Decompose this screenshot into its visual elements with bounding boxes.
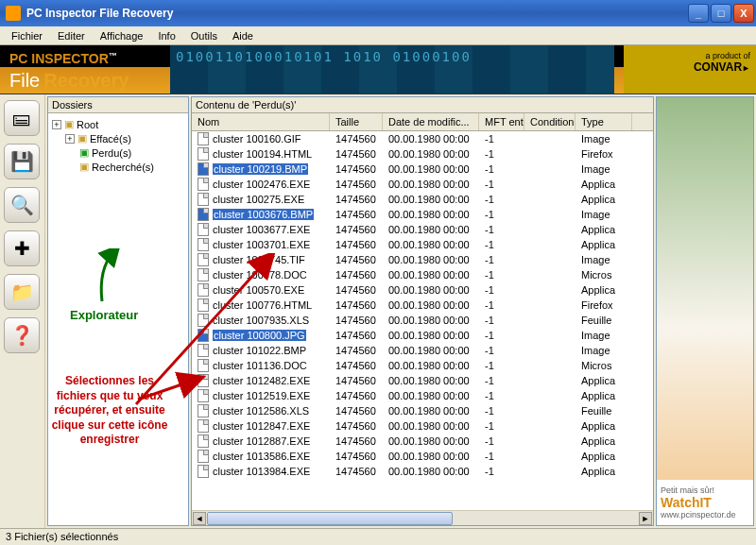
cell-taille: 1474560 [330, 466, 383, 477]
cell-date: 00.00.1980 00:00 [383, 133, 479, 145]
col-nom[interactable]: Nom [192, 113, 330, 130]
cell-type: Micros [576, 360, 632, 371]
tree-label: Perdu(s) [92, 147, 131, 159]
cell-type: Image [576, 330, 632, 341]
minimize-button[interactable]: _ [688, 4, 709, 23]
table-row[interactable]: cluster 1003677.EXE147456000.00.1980 00:… [192, 222, 653, 237]
table-row[interactable]: cluster 1003701.EXE147456000.00.1980 00:… [192, 237, 653, 252]
scroll-left-button[interactable]: ◄ [193, 512, 206, 525]
save-button[interactable]: 💾 [4, 144, 40, 179]
menu-affichage[interactable]: Affichage [93, 28, 151, 43]
cell-taille: 1474560 [330, 254, 383, 265]
tree-node-perdus[interactable]: ▣Perdu(s) [50, 145, 186, 160]
cell-mft: -1 [479, 299, 524, 311]
table-row[interactable]: cluster 1013984.EXE147456000.00.1980 00:… [192, 464, 653, 479]
table-row[interactable]: cluster 1003676.BMP147456000.00.1980 00:… [192, 207, 653, 222]
file-icon [198, 434, 209, 448]
cell-taille: 1474560 [330, 284, 383, 296]
tree-label: Root [77, 119, 98, 130]
content-header: Contenu de 'Perdu(s)' [192, 97, 653, 113]
cell-taille: 1474560 [330, 451, 383, 462]
cell-type: Micros [576, 269, 632, 281]
help-button[interactable]: ❓ [4, 317, 40, 353]
banner-digits: 0100110100010101 1010 01000100 [170, 45, 614, 94]
cell-taille: 1474560 [330, 345, 383, 356]
tree-node-recherchs[interactable]: ▣Recherché(s) [50, 160, 186, 174]
cell-taille: 1474560 [330, 299, 383, 311]
ad-image [657, 97, 753, 480]
cell-type: Applica [576, 179, 632, 190]
folder-button[interactable]: 📁 [4, 274, 40, 310]
table-row[interactable]: cluster 100275.EXE147456000.00.1980 00:0… [192, 192, 653, 207]
cell-mft: -1 [479, 194, 524, 205]
cell-mft: -1 [479, 390, 524, 401]
menu-info[interactable]: Info [150, 28, 182, 43]
cell-mft: -1 [479, 284, 524, 296]
cell-date: 00.00.1980 00:00 [383, 148, 479, 160]
cell-type: Image [576, 345, 632, 356]
menu-outils[interactable]: Outils [183, 28, 225, 43]
app-icon [6, 6, 21, 21]
banner-file: File [9, 70, 40, 92]
cell-taille: 1474560 [330, 405, 383, 417]
folder-icon: ▣ [64, 118, 74, 130]
cell-date: 00.00.1980 00:00 [383, 435, 479, 447]
cell-nom: cluster 1012887.EXE [213, 435, 310, 447]
search-button[interactable]: 🔍 [4, 187, 40, 223]
tree-node-effacs[interactable]: +▣Effacé(s) [50, 131, 186, 145]
menu-aide[interactable]: Aide [225, 28, 261, 43]
cell-mft: -1 [479, 163, 524, 175]
cell-date: 00.00.1980 00:00 [383, 194, 479, 205]
cell-mft: -1 [479, 435, 524, 447]
table-row[interactable]: cluster 100194.HTML147456000.00.1980 00:… [192, 146, 653, 162]
file-icon [198, 162, 209, 176]
cell-type: Image [576, 133, 632, 145]
table-row[interactable]: cluster 1002476.EXE147456000.00.1980 00:… [192, 177, 653, 192]
maximize-button[interactable]: □ [711, 4, 731, 23]
col-date[interactable]: Date de modific... [383, 113, 479, 130]
cell-mft: -1 [479, 209, 524, 220]
table-row[interactable]: cluster 100160.GIF147456000.00.1980 00:0… [192, 131, 653, 146]
cell-date: 00.00.1980 00:00 [383, 390, 479, 401]
menu-fichier[interactable]: Fichier [4, 28, 50, 43]
cell-date: 00.00.1980 00:00 [383, 163, 479, 175]
cell-type: Feuille [576, 405, 632, 417]
horizontal-scrollbar[interactable]: ◄ ► [192, 510, 653, 525]
expand-icon[interactable]: + [52, 120, 61, 129]
folder-icon: ▣ [79, 146, 89, 159]
cell-date: 00.00.1980 00:00 [383, 269, 479, 281]
table-row[interactable]: cluster 100219.BMP147456000.00.1980 00:0… [192, 162, 653, 177]
tree-node-root[interactable]: +▣Root [50, 117, 186, 131]
cell-nom: cluster 1003677.EXE [213, 224, 310, 235]
cell-type: Applica [576, 375, 632, 386]
cell-type: Applica [576, 420, 632, 432]
cell-mft: -1 [479, 405, 524, 417]
cell-taille: 1474560 [330, 209, 383, 220]
scroll-right-button[interactable]: ► [639, 512, 652, 525]
cell-taille: 1474560 [330, 420, 383, 432]
cell-taille: 1474560 [330, 375, 383, 386]
cell-mft: -1 [479, 224, 524, 235]
scroll-thumb[interactable] [207, 512, 453, 525]
cell-mft: -1 [479, 360, 524, 371]
col-condition[interactable]: Condition [524, 113, 576, 130]
cell-mft: -1 [479, 330, 524, 341]
cell-nom: cluster 100219.BMP [213, 163, 308, 175]
recover-button[interactable]: ✚ [4, 230, 40, 266]
col-mft[interactable]: MFT entry [479, 113, 524, 130]
cell-type: Image [576, 209, 632, 220]
col-type[interactable]: Type [576, 113, 632, 130]
cell-nom: cluster 1003676.BMP [213, 209, 314, 220]
menu-editer[interactable]: Editer [50, 28, 93, 43]
close-button[interactable]: X [733, 4, 754, 23]
cell-date: 00.00.1980 00:00 [383, 209, 479, 220]
open-drive-button[interactable]: 🖴 [4, 100, 40, 136]
cell-taille: 1474560 [330, 148, 383, 160]
expand-icon[interactable]: + [65, 134, 75, 144]
cell-taille: 1474560 [330, 390, 383, 401]
table-row[interactable]: cluster 1013586.EXE147456000.00.1980 00:… [192, 449, 653, 464]
tree-header: Dossiers [48, 97, 188, 113]
table-row[interactable]: cluster 1012887.EXE147456000.00.1980 00:… [192, 434, 653, 449]
col-taille[interactable]: Taille [330, 113, 383, 130]
file-icon [198, 223, 209, 236]
